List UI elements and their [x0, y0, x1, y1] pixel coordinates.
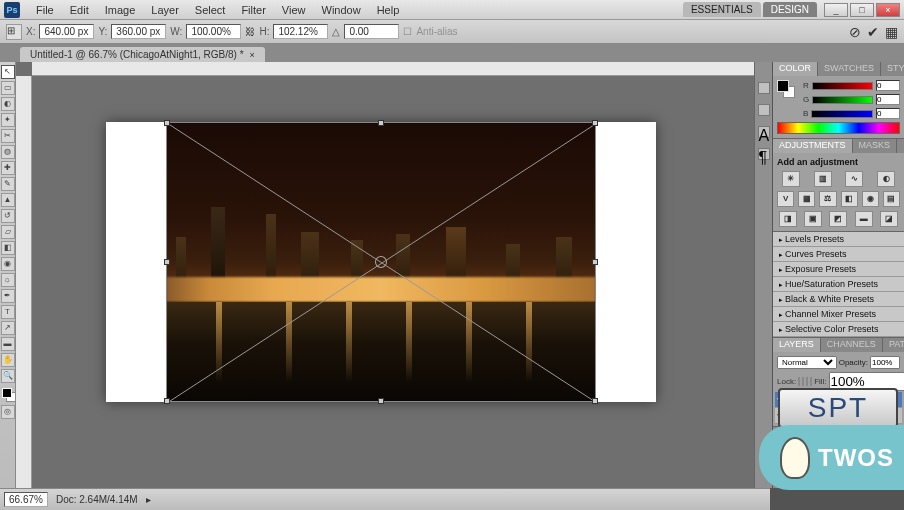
lasso-tool[interactable]: ◐: [1, 97, 15, 111]
type-tool[interactable]: T: [1, 305, 15, 319]
lock-transparent-icon[interactable]: [798, 377, 800, 386]
wand-tool[interactable]: ✦: [1, 113, 15, 127]
hand-tool[interactable]: ✋: [1, 353, 15, 367]
blue-slider[interactable]: [811, 110, 873, 118]
vibrance-icon[interactable]: V: [777, 191, 794, 207]
shape-tool[interactable]: ▬: [1, 337, 15, 351]
color-swatch[interactable]: [2, 388, 14, 400]
bw-icon[interactable]: ◧: [841, 191, 858, 207]
blue-value[interactable]: [876, 108, 900, 119]
tab-masks[interactable]: MASKS: [853, 139, 898, 153]
gradientmap-icon[interactable]: ▬: [855, 211, 873, 227]
x-input[interactable]: 640.00 px: [39, 24, 94, 39]
w-input[interactable]: 100.00%: [186, 24, 241, 39]
menu-help[interactable]: Help: [369, 4, 408, 16]
h-input[interactable]: 102.12%: [273, 24, 328, 39]
preset-curves[interactable]: Curves Presets: [773, 247, 904, 262]
preset-exposure[interactable]: Exposure Presets: [773, 262, 904, 277]
lock-position-icon[interactable]: [806, 377, 808, 386]
brush-tool[interactable]: ✎: [1, 177, 15, 191]
red-slider[interactable]: [812, 82, 873, 90]
hue-icon[interactable]: ▦: [798, 191, 815, 207]
invert-icon[interactable]: ◨: [779, 211, 797, 227]
window-close[interactable]: ×: [876, 3, 900, 17]
levels-icon[interactable]: ▥: [814, 171, 832, 187]
link-icon[interactable]: ⛓: [245, 26, 255, 37]
zoom-value[interactable]: 66.67%: [4, 492, 48, 507]
threshold-icon[interactable]: ◩: [829, 211, 847, 227]
menu-window[interactable]: Window: [314, 4, 369, 16]
green-slider[interactable]: [812, 96, 873, 104]
tab-paths[interactable]: PATHS: [883, 338, 904, 352]
photofilter-icon[interactable]: ◉: [862, 191, 879, 207]
colorbalance-icon[interactable]: ⚖: [819, 191, 836, 207]
tab-swatches[interactable]: SWATCHES: [818, 62, 881, 76]
foreground-background-swatch[interactable]: [777, 80, 795, 98]
menu-edit[interactable]: Edit: [62, 4, 97, 16]
blend-mode-select[interactable]: Normal: [777, 356, 837, 369]
preset-selectivecolor[interactable]: Selective Color Presets: [773, 322, 904, 337]
pen-tool[interactable]: ✒: [1, 289, 15, 303]
green-value[interactable]: [876, 94, 900, 105]
menu-view[interactable]: View: [274, 4, 314, 16]
status-chevron-icon[interactable]: ▸: [146, 494, 151, 505]
tab-styles[interactable]: STYLES: [881, 62, 904, 76]
opacity-input[interactable]: [870, 356, 900, 369]
exposure-icon[interactable]: ◐: [877, 171, 895, 187]
color-spectrum[interactable]: [777, 122, 900, 134]
path-tool[interactable]: ↗: [1, 321, 15, 335]
dodge-tool[interactable]: ☼: [1, 273, 15, 287]
window-restore[interactable]: □: [850, 3, 874, 17]
curves-icon[interactable]: ∿: [845, 171, 863, 187]
eyedropper-tool[interactable]: ◍: [1, 145, 15, 159]
y-input[interactable]: 360.00 px: [111, 24, 166, 39]
red-value[interactable]: [876, 80, 900, 91]
preset-levels[interactable]: Levels Presets: [773, 232, 904, 247]
character-panel-icon[interactable]: A: [758, 126, 770, 138]
preset-bw[interactable]: Black & White Presets: [773, 292, 904, 307]
workspace-design[interactable]: DESIGN: [763, 2, 817, 17]
canvas-area[interactable]: [16, 62, 754, 488]
quickmask-toggle[interactable]: ◎: [1, 405, 15, 419]
tab-color[interactable]: COLOR: [773, 62, 818, 76]
menu-image[interactable]: Image: [97, 4, 144, 16]
actions-panel-icon[interactable]: [758, 104, 770, 116]
crop-tool[interactable]: ✂: [1, 129, 15, 143]
close-document-icon[interactable]: ×: [250, 50, 255, 60]
zoom-tool[interactable]: 🔍: [1, 369, 15, 383]
menu-select[interactable]: Select: [187, 4, 234, 16]
blur-tool[interactable]: ◉: [1, 257, 15, 271]
tab-channels[interactable]: CHANNELS: [821, 338, 883, 352]
brightness-icon[interactable]: ☀: [782, 171, 800, 187]
lock-pixels-icon[interactable]: [802, 377, 804, 386]
move-tool[interactable]: ↖: [1, 65, 15, 79]
paragraph-panel-icon[interactable]: ¶: [758, 148, 770, 160]
eraser-tool[interactable]: ▱: [1, 225, 15, 239]
marquee-tool[interactable]: ▭: [1, 81, 15, 95]
antialias-checkbox[interactable]: ☐: [403, 26, 412, 37]
preset-huesat[interactable]: Hue/Saturation Presets: [773, 277, 904, 292]
cancel-transform-icon[interactable]: ⊘: [849, 24, 861, 40]
workspace-essentials[interactable]: ESSENTIALS: [683, 2, 761, 17]
warp-mode-icon[interactable]: ▦: [885, 24, 898, 40]
document-canvas[interactable]: [106, 122, 656, 402]
heal-tool[interactable]: ✚: [1, 161, 15, 175]
channelmixer-icon[interactable]: ▤: [883, 191, 900, 207]
history-brush-tool[interactable]: ↺: [1, 209, 15, 223]
transform-origin-icon[interactable]: ⊞: [6, 24, 22, 40]
preset-channelmixer[interactable]: Channel Mixer Presets: [773, 307, 904, 322]
gradient-tool[interactable]: ◧: [1, 241, 15, 255]
menu-file[interactable]: File: [28, 4, 62, 16]
tab-adjustments[interactable]: ADJUSTMENTS: [773, 139, 853, 153]
lock-all-icon[interactable]: [810, 377, 812, 386]
tab-layers[interactable]: LAYERS: [773, 338, 821, 352]
document-tab[interactable]: Untitled-1 @ 66.7% (ChicagoAtNight1, RGB…: [20, 47, 265, 62]
menu-layer[interactable]: Layer: [143, 4, 187, 16]
selectivecolor-icon[interactable]: ◪: [880, 211, 898, 227]
history-panel-icon[interactable]: [758, 82, 770, 94]
angle-input[interactable]: 0.00: [344, 24, 399, 39]
commit-transform-icon[interactable]: ✔: [867, 24, 879, 40]
menu-filter[interactable]: Filter: [233, 4, 273, 16]
stamp-tool[interactable]: ▲: [1, 193, 15, 207]
window-minimize[interactable]: _: [824, 3, 848, 17]
